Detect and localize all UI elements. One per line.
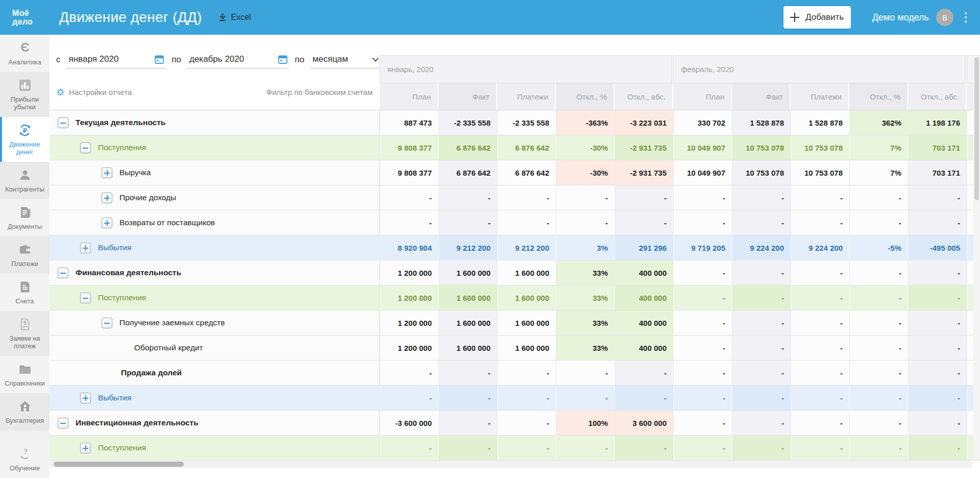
row-label[interactable]: Финансовая деятельность bbox=[76, 268, 181, 277]
expand-toggle-icon[interactable] bbox=[102, 168, 112, 178]
app-logo[interactable]: Моё дело bbox=[12, 9, 33, 26]
sidebar-item-documents[interactable]: Документы bbox=[0, 199, 50, 236]
row-label[interactable]: Выбытия bbox=[98, 393, 132, 402]
vertical-scrollbar-thumb[interactable] bbox=[974, 57, 979, 200]
calendar-icon[interactable] bbox=[154, 54, 164, 64]
value-cell: - bbox=[791, 210, 849, 235]
sidebar-item-training[interactable]: ?Обучение bbox=[0, 441, 50, 478]
document-icon bbox=[1, 206, 48, 220]
value-cell: -3 223 031 bbox=[615, 110, 673, 135]
calendar-icon[interactable] bbox=[278, 54, 288, 64]
top-bar: Моё дело Движение денег (ДД) Excel Добав… bbox=[0, 0, 980, 35]
value-cell: 400 000 bbox=[615, 336, 673, 360]
row-label[interactable]: Оборотный кредит bbox=[134, 343, 203, 352]
collapse-toggle-icon[interactable] bbox=[80, 142, 91, 153]
body-shell: ЄАналитикаПрибыли убытки₽Движение денегК… bbox=[0, 35, 980, 478]
value-cell: 7% bbox=[849, 160, 908, 185]
avatar[interactable]: В bbox=[936, 9, 953, 26]
sidebar-item-references[interactable]: Справочники bbox=[0, 356, 50, 393]
row-name-cell: Поступления bbox=[50, 436, 380, 460]
ruble-cycle-icon: ₽ bbox=[1, 124, 48, 138]
value-cell: 1 200 000 bbox=[380, 336, 438, 360]
sidebar-item-profit-loss[interactable]: Прибыли убытки bbox=[0, 72, 50, 117]
value-cell: - bbox=[497, 185, 556, 210]
period-to-input[interactable]: декабрь 2020 bbox=[187, 53, 289, 68]
horizontal-scrollbar-thumb[interactable] bbox=[54, 462, 184, 467]
row-label[interactable]: Инвестиционная деятельность bbox=[76, 418, 199, 427]
sidebar-item-invoices[interactable]: Счета bbox=[0, 274, 50, 311]
bank-accounts-filter-button[interactable]: Фильтр по банковским счетам bbox=[266, 88, 380, 97]
row-label[interactable]: Выбытия bbox=[98, 243, 132, 252]
collapse-toggle-icon[interactable] bbox=[58, 418, 68, 428]
sidebar-item-accounting[interactable]: Бухгалтерия bbox=[0, 393, 50, 431]
value-cell: - bbox=[791, 386, 849, 410]
gear-icon bbox=[56, 88, 65, 97]
sidebar-item-payments[interactable]: Платежи bbox=[0, 236, 50, 274]
row-label[interactable]: Выручка bbox=[119, 168, 151, 177]
value-cell: - bbox=[556, 185, 615, 210]
value-cell: 1 200 000 bbox=[380, 285, 438, 310]
row-label[interactable]: Текущая деятельность bbox=[76, 118, 165, 127]
row-name-cell: Поступления bbox=[50, 285, 380, 310]
filters-pane: с января 2020 по декабрь 2020 по месяца bbox=[50, 35, 380, 110]
period-from-input[interactable]: января 2020 bbox=[67, 53, 166, 68]
add-button[interactable]: Добавить bbox=[783, 6, 851, 29]
value-cell: - bbox=[673, 361, 732, 385]
value-cell: 6 876 642 bbox=[438, 135, 497, 160]
expand-toggle-icon[interactable] bbox=[80, 243, 91, 253]
sidebar-item-label: Заявки на платеж bbox=[10, 334, 40, 350]
collapse-toggle-icon[interactable] bbox=[80, 293, 91, 303]
value-cell: - bbox=[380, 436, 438, 460]
column-header: Откл., абс. bbox=[615, 83, 672, 110]
value-cell: - bbox=[908, 310, 967, 335]
value-cell: - bbox=[732, 411, 791, 435]
vertical-scrollbar bbox=[973, 55, 980, 460]
value-cell: - bbox=[673, 386, 732, 410]
row-name-cell: Возвраты от поставщиков bbox=[50, 210, 380, 235]
value-cell: 10 753 078 bbox=[791, 135, 849, 160]
expand-toggle-icon[interactable] bbox=[80, 443, 91, 453]
row-label[interactable]: Поступления bbox=[98, 143, 146, 152]
group-by-select[interactable]: месяцам bbox=[310, 53, 380, 68]
row-label[interactable]: Поступления bbox=[98, 443, 146, 452]
download-icon bbox=[217, 12, 228, 22]
row-label[interactable]: Поступления bbox=[98, 293, 146, 302]
sidebar-item-cash-flow[interactable]: ₽Движение денег bbox=[0, 117, 50, 162]
report-settings-button[interactable]: Настройки отчета bbox=[56, 88, 132, 97]
column-header: Откл., % bbox=[556, 83, 614, 110]
collapse-toggle-icon[interactable] bbox=[58, 268, 68, 278]
table-row: Финансовая деятельность1 200 0001 600 00… bbox=[50, 260, 980, 285]
sidebar-item-contractors[interactable]: Контрагенты bbox=[0, 162, 50, 199]
value-cell: - bbox=[791, 185, 849, 210]
add-button-label: Добавить bbox=[805, 12, 844, 22]
expand-toggle-icon[interactable] bbox=[80, 393, 91, 403]
expand-toggle-icon[interactable] bbox=[102, 193, 112, 203]
value-cell: -2 335 558 bbox=[438, 110, 497, 135]
collapse-toggle-icon[interactable] bbox=[102, 318, 112, 328]
row-label[interactable]: Возвраты от поставщиков bbox=[119, 218, 215, 227]
excel-export-button[interactable]: Excel bbox=[217, 12, 251, 22]
row-name-cell: Поступления bbox=[50, 135, 380, 160]
sidebar-item-payment-requests[interactable]: $Заявки на платеж bbox=[0, 311, 50, 356]
month-group-february: февраль, 2020 bbox=[673, 55, 966, 83]
row-label[interactable]: Продажа долей bbox=[121, 368, 182, 377]
value-cell: - bbox=[908, 361, 967, 385]
kebab-menu-icon[interactable] bbox=[963, 10, 969, 25]
month-group-january: январь, 2020 bbox=[380, 55, 672, 83]
value-cell: 1 600 000 bbox=[438, 336, 497, 360]
value-cell: -30% bbox=[556, 160, 615, 185]
row-label[interactable]: Прочие доходы bbox=[119, 193, 176, 202]
question-hand-icon: ? bbox=[1, 447, 48, 462]
person-icon bbox=[1, 169, 48, 183]
expand-toggle-icon[interactable] bbox=[102, 218, 112, 228]
table-row: Выбытия---------- bbox=[50, 386, 980, 411]
collapse-toggle-icon[interactable] bbox=[58, 117, 68, 128]
value-cell: 7% bbox=[849, 135, 908, 160]
sidebar-item-analytics[interactable]: ЄАналитика bbox=[0, 35, 50, 72]
user-menu[interactable]: Демо модель В bbox=[872, 9, 953, 26]
value-cell: - bbox=[732, 210, 791, 235]
value-cell: - bbox=[849, 260, 908, 285]
row-label[interactable]: Получение заемных средств bbox=[119, 318, 225, 327]
value-cell: - bbox=[673, 285, 732, 310]
value-cell: 1 600 000 bbox=[497, 260, 556, 285]
